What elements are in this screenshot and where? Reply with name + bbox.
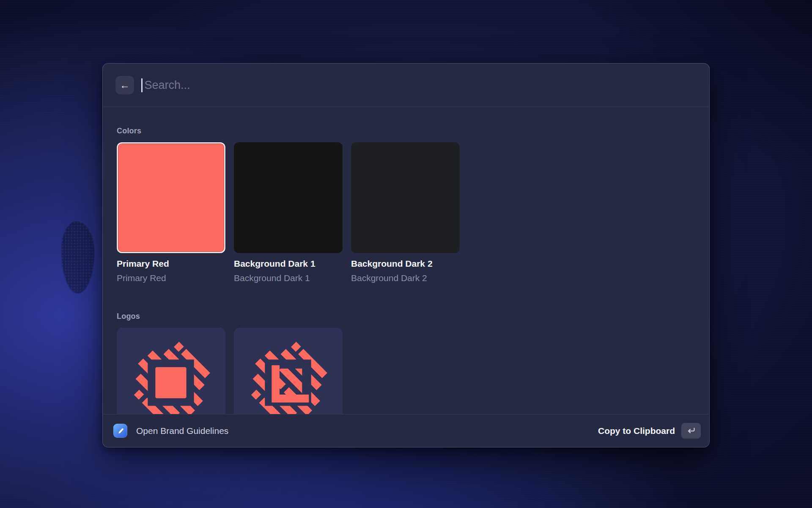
glitch-logo-outline-icon [246,340,330,414]
swatch-title: Primary Red [117,258,225,269]
brand-app-icon [113,424,127,438]
pencil-icon [116,427,124,435]
swatch-subtitle: Background Dark 2 [351,273,460,284]
glitch-logo-filled-icon [129,340,213,414]
text-caret [141,78,143,92]
search-input[interactable] [145,79,697,92]
enter-key-badge [681,423,701,439]
open-brand-guidelines-action[interactable]: Open Brand Guidelines [136,426,228,436]
results-list: Colors Primary Red Primary Red Backgroun… [103,107,709,414]
swatch-subtitle: Background Dark 1 [234,273,343,284]
back-arrow-icon: ← [120,79,130,91]
color-swatch-background-dark-1[interactable]: Background Dark 1 Background Dark 1 [234,142,343,284]
swatch-subtitle: Primary Red [117,273,225,284]
command-palette-window: ← Colors Primary Red Primary Red Backgro… [102,63,710,447]
back-button[interactable]: ← [115,76,134,94]
logo-tile-filled[interactable] [117,328,225,414]
section-header-colors: Colors [117,127,695,135]
action-footer: Open Brand Guidelines Copy to Clipboard [103,414,709,447]
color-swatch-primary-red[interactable]: Primary Red Primary Red [117,142,225,284]
color-swatch-face [117,142,225,253]
color-swatch-face [234,142,343,253]
colors-row: Primary Red Primary Red Background Dark … [117,142,695,284]
section-header-logos: Logos [117,312,695,321]
search-header: ← [103,64,709,107]
swatch-title: Background Dark 2 [351,258,460,269]
swatch-title: Background Dark 1 [234,258,343,269]
color-swatch-background-dark-2[interactable]: Background Dark 2 Background Dark 2 [351,142,460,284]
logo-tile-outline[interactable] [234,328,343,414]
return-key-icon [686,427,696,435]
copy-to-clipboard-action[interactable]: Copy to Clipboard [598,423,701,439]
color-swatch-face [351,142,460,253]
copy-to-clipboard-label: Copy to Clipboard [598,426,675,436]
logos-row [117,328,695,414]
